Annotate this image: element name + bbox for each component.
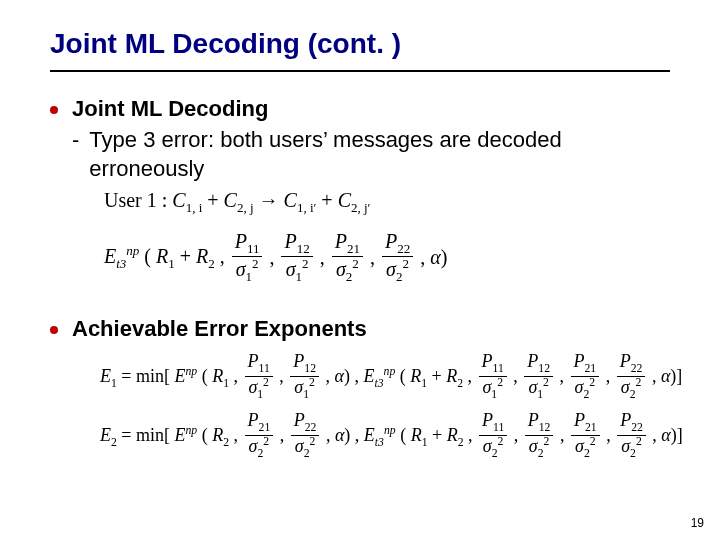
bullet-dot-icon <box>50 106 58 114</box>
dash-icon: - <box>72 126 79 155</box>
title-rule <box>50 70 670 72</box>
formula-et3: Et3np ( R1 + R2 , P11σ12 , P12σ12 , P21σ… <box>104 230 670 284</box>
bullet-dot-icon <box>50 326 58 334</box>
formula-e2: E2 = min[ Enp ( R2 , P21σ22 , P22σ22 , α… <box>100 411 670 460</box>
bullet-1-heading: Joint ML Decoding <box>72 96 268 122</box>
formula-user1: User 1 : C1, i + C2, j → C1, i′ + C2, j′ <box>104 189 670 216</box>
bullet-1-sub: - Type 3 error: both users’ messages are… <box>72 126 670 183</box>
bullet-2: Achievable Error Exponents <box>50 316 670 342</box>
slide-title: Joint ML Decoding (cont. ) <box>50 28 670 60</box>
bullet-1-subtext: Type 3 error: both users’ messages are d… <box>89 126 670 183</box>
formula-e1: E1 = min[ Enp ( R1 , P11σ12 , P12σ12 , α… <box>100 352 670 401</box>
bullet-2-heading: Achievable Error Exponents <box>72 316 367 342</box>
page-number: 19 <box>691 516 704 530</box>
bullet-1: Joint ML Decoding <box>50 96 670 122</box>
